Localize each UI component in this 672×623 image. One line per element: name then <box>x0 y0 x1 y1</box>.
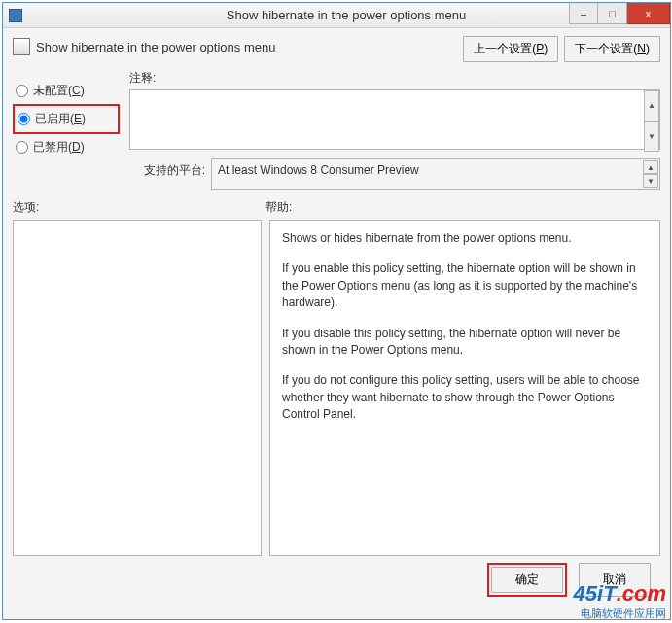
comment-scroll-down[interactable]: ▼ <box>644 121 659 153</box>
radio-not-configured[interactable]: 未配置(C) <box>13 78 120 104</box>
minimize-button[interactable]: – <box>569 3 598 24</box>
previous-setting-button[interactable]: 上一个设置(P) <box>463 36 558 62</box>
radio-enabled-input[interactable] <box>18 113 30 125</box>
radio-not-configured-input[interactable] <box>16 85 28 97</box>
comment-label: 注释: <box>129 70 660 87</box>
next-setting-button[interactable]: 下一个设置(N) <box>564 36 660 62</box>
help-p4: If you do not configure this policy sett… <box>282 372 648 423</box>
platform-box: At least Windows 8 Consumer Preview ▲ ▼ <box>211 158 660 190</box>
setting-icon <box>13 38 30 55</box>
comment-scroll-up[interactable]: ▲ <box>644 90 659 121</box>
radio-disabled-input[interactable] <box>16 141 28 154</box>
maximize-button[interactable]: □ <box>598 3 627 24</box>
help-p1: Shows or hides hibernate from the power … <box>282 230 648 247</box>
window-controls: – □ x <box>569 3 670 24</box>
platform-scroll-down[interactable]: ▼ <box>643 174 658 188</box>
platform-label: 支持的平台: <box>129 158 205 179</box>
ok-button[interactable]: 确定 <box>491 567 563 593</box>
title-bar[interactable]: Show hibernate in the power options menu… <box>3 3 670 28</box>
comment-scroll: ▲ ▼ <box>644 90 659 152</box>
window-icon <box>9 9 22 22</box>
platform-text: At least Windows 8 Consumer Preview <box>218 163 419 177</box>
help-panel: Shows or hides hibernate from the power … <box>269 220 660 556</box>
setting-name: Show hibernate in the power options menu <box>36 40 275 54</box>
help-p3: If you disable this policy setting, the … <box>282 326 648 360</box>
options-label: 选项: <box>13 199 265 216</box>
comment-textarea[interactable] <box>129 89 660 150</box>
options-panel <box>13 220 262 556</box>
radio-disabled[interactable]: 已禁用(D) <box>13 134 120 160</box>
radio-enabled[interactable]: 已启用(E) <box>13 104 120 134</box>
content-area: Show hibernate in the power options menu… <box>3 28 670 619</box>
platform-scroll: ▲ ▼ <box>643 160 658 188</box>
close-button[interactable]: x <box>627 3 670 24</box>
dialog-window: Show hibernate in the power options menu… <box>2 2 671 620</box>
ok-highlight: 确定 <box>487 563 567 597</box>
cancel-button[interactable]: 取消 <box>579 563 651 597</box>
platform-scroll-up[interactable]: ▲ <box>643 160 658 174</box>
dialog-footer: 确定 取消 <box>13 556 660 605</box>
help-label: 帮助: <box>265 199 292 216</box>
state-radio-group: 未配置(C) 已启用(E) 已禁用(D) <box>13 70 120 190</box>
help-p2: If you enable this policy setting, the h… <box>282 260 648 311</box>
